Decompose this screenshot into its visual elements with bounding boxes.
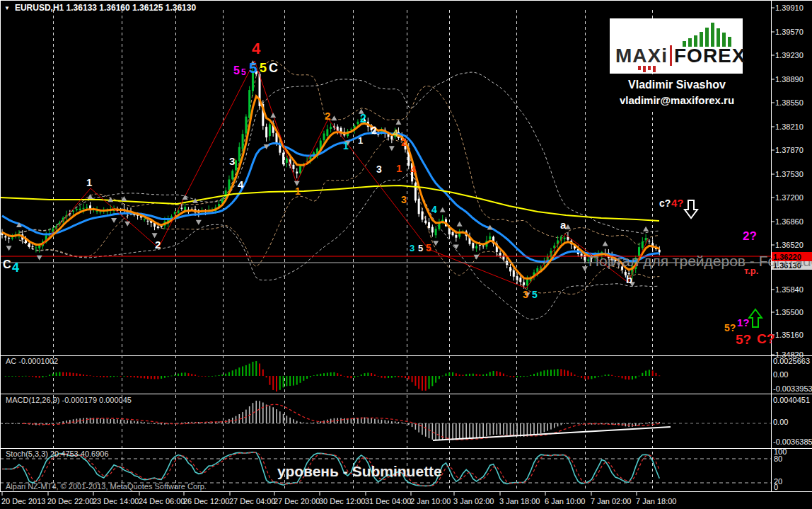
logo-maxi-text: MAXi xyxy=(615,46,668,66)
time-axis-label: 20 Dec 2013 xyxy=(1,498,45,505)
wave-label: a xyxy=(560,219,566,230)
time-axis-label: 7 Jan 18:00 xyxy=(636,498,677,505)
wave-label: C xyxy=(3,259,11,270)
time-axis-label: 7 Jan 02:00 xyxy=(591,498,632,505)
macd-indicator-label: MACD(12,26,9) -0.000179 0.000045 xyxy=(6,396,132,404)
wave-label: 4 xyxy=(238,179,243,190)
wave-label: 1? xyxy=(737,317,750,328)
wave-label: 3 xyxy=(229,156,235,166)
axis-label: 1.37870 xyxy=(775,147,804,154)
macd-trendline xyxy=(433,427,671,440)
mt4-chart-window: ▼ EURUSD,H1 1.36133 1.36160 1.36125 1.36… xyxy=(0,0,812,509)
wave-label: 4 xyxy=(431,205,437,215)
wave-label: 4 xyxy=(410,164,416,175)
wave-label: b xyxy=(626,274,632,285)
chart-title: ▼ EURUSD,H1 1.36133 1.36160 1.36125 1.36… xyxy=(4,3,196,13)
wave-label: 5? xyxy=(724,323,736,333)
logo-contact-card: Vladimir Sivashov vladimir@maxiforex.ru xyxy=(614,74,740,110)
wave-label: 5 xyxy=(260,62,267,74)
time-axis-label: 26 Dec 12:00 xyxy=(183,498,229,505)
logo-email: vladimir@maxiforex.ru xyxy=(615,94,738,106)
wave-label: 1 xyxy=(295,186,301,196)
period-separators xyxy=(54,10,653,491)
logo-brand: MAXi FOREX xyxy=(615,45,746,66)
terminal-copyright: Alpari NZ-MT4, © 2001-2013, MetaQuotes S… xyxy=(6,483,207,491)
axis-label: 1.38550 xyxy=(775,99,804,107)
time-axis-label: 2 Jan 10:00 xyxy=(410,498,451,505)
time-axis-label: 31 Dec 04:00 xyxy=(365,498,411,505)
axis-label: 1.39910 xyxy=(775,4,804,12)
axis-label: 80 xyxy=(774,455,782,463)
wave-label: 1 xyxy=(396,163,402,173)
logo-red-bars-icon xyxy=(638,66,656,73)
wave-label: c? xyxy=(659,198,671,208)
wave-label: 3 xyxy=(401,195,407,205)
wave-label: 5 xyxy=(532,290,538,299)
wave-label: 2 xyxy=(371,125,377,135)
time-axis-label: 23 Dec 14:00 xyxy=(93,498,139,505)
time-axis-label: 6 Jan 10:00 xyxy=(545,498,586,505)
down-arrow-annotation xyxy=(685,200,697,218)
axis-label: -0.0033953 xyxy=(773,385,812,393)
time-axis-label: 30 Dec 12:00 xyxy=(319,498,365,505)
wave-label: 5 xyxy=(418,244,423,253)
wave-label: C? xyxy=(757,332,775,345)
chart-title-text: EURUSD,H1 1.36133 1.36160 1.36125 1.3613… xyxy=(15,3,196,13)
up-arrow-annotation xyxy=(749,309,762,327)
macd-panel xyxy=(0,401,771,440)
axis-label: 1.39230 xyxy=(775,52,804,59)
time-axis-label: 3 Jan 18:00 xyxy=(499,498,540,505)
axis-label: 1.36520 xyxy=(775,241,804,249)
maxiforex-logo: MAXi FOREX Vladimir Sivashov vladimir@ma… xyxy=(610,18,743,110)
wave-label: 2? xyxy=(743,230,757,242)
axis-label: 0 xyxy=(774,484,778,491)
ac-histogram xyxy=(5,361,660,391)
fractal-arrows xyxy=(6,60,649,297)
axis-label: 1.35160 xyxy=(775,331,804,339)
logo-forex-text: FOREX xyxy=(674,46,746,66)
wave-label: 4 xyxy=(252,41,260,57)
wave-label: 5? xyxy=(736,333,751,346)
wave-label: 1 xyxy=(343,141,349,151)
logo-author-name: Vladimir Sivashov xyxy=(615,77,738,94)
axis-label: 0.0040451 xyxy=(773,396,810,404)
wave-label: 1 xyxy=(358,136,363,145)
moving-averages xyxy=(0,96,659,279)
elliott-zigzag-lines xyxy=(40,61,648,288)
axis-label: 1.39570 xyxy=(775,28,804,36)
wave-label: 5 xyxy=(241,68,246,76)
logo-green-bars-icon xyxy=(683,21,731,47)
wave-label: 4 xyxy=(12,261,19,274)
wave-label: 2 xyxy=(325,110,330,121)
axis-label: 0.0025663 xyxy=(773,358,810,365)
ma-yellow xyxy=(0,185,659,221)
axis-label: 0.00 xyxy=(773,418,788,426)
wave-label: 5 xyxy=(249,60,257,75)
wave-label: 5 xyxy=(426,243,431,253)
wave-degree-caption: уровень - Subminuette xyxy=(277,464,442,479)
symbol-dropdown-icon[interactable]: ▼ xyxy=(4,5,10,11)
wave-label: 5 xyxy=(233,65,240,76)
bollinger-bands xyxy=(19,61,659,319)
time-axis-label: 24 Dec 06:00 xyxy=(139,498,185,505)
axis-label: 1.35840 xyxy=(775,286,804,294)
axis-label: 1.37200 xyxy=(775,194,804,202)
logo-card: MAXi FOREX xyxy=(610,18,743,74)
axis-label: 0.00 xyxy=(773,371,788,379)
axis-label: 1.38890 xyxy=(775,76,804,84)
wave-label: 2 xyxy=(401,137,407,147)
time-axis-label: 20 Dec 22:00 xyxy=(47,498,93,505)
ac-indicator-label: AC -0.0001002 xyxy=(6,358,58,365)
wave-label: 1 xyxy=(86,177,92,188)
axis-label: 1.37530 xyxy=(775,171,804,178)
wave-label: т.р. xyxy=(744,266,758,275)
wave-label: 3 xyxy=(376,164,382,174)
level-price-box: 1.36220 xyxy=(772,252,812,261)
axis-label: 1.35500 xyxy=(775,309,804,316)
axis-label: 1.38210 xyxy=(775,123,804,131)
wave-label: 4 xyxy=(393,128,398,138)
wave-label: 4? xyxy=(671,198,684,208)
time-axis-label: 27 Dec 04:00 xyxy=(229,498,275,505)
axis-label: 1.36860 xyxy=(775,218,804,226)
wave-label: 3 xyxy=(523,290,528,299)
